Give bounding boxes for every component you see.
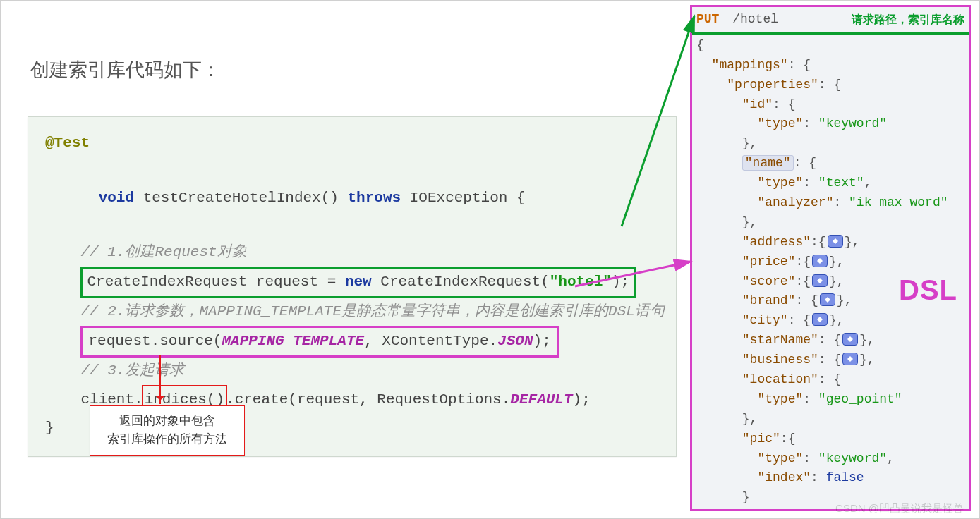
throws-type: IOException { (401, 190, 525, 206)
method-name: testCreateHotelIndex() (134, 190, 347, 206)
comment-3: // 3.发起请求 (80, 362, 184, 379)
callout-line-2: 索引库操作的所有方法 (95, 430, 240, 448)
source-line: request.source(MAPPING_TEMPLATE, XConten… (80, 326, 558, 358)
dsl-line: "index": false (696, 468, 964, 488)
fold-icon[interactable] (812, 274, 828, 287)
dsl-line: "properties": { (696, 75, 964, 95)
dsl-line: "location": { (696, 370, 964, 390)
fold-icon[interactable] (842, 333, 858, 346)
dsl-line: "analyzer": "ik_max_word" (696, 193, 964, 213)
fold-icon[interactable] (820, 293, 835, 306)
dsl-big-label: DSL (899, 268, 957, 312)
comment-2: // 2.请求参数，MAPPING_TEMPLATE是静态常量字符串，内容是创建… (80, 303, 664, 319)
fold-icon[interactable] (812, 255, 828, 267)
callout-line-1: 返回的对象中包含 (95, 412, 240, 430)
throws-kw: throws (348, 190, 401, 206)
fold-icon[interactable] (828, 235, 843, 248)
fold-icon[interactable] (812, 313, 828, 326)
dsl-line: "type": "text", (696, 173, 964, 193)
dsl-line: "type": "keyword", (696, 449, 964, 469)
arrow-down-icon (159, 355, 161, 404)
dsl-line: }, (696, 213, 964, 233)
dsl-line: "address":{}, (696, 233, 964, 252)
dsl-line: { (696, 36, 964, 56)
dsl-line: }, (696, 410, 964, 429)
dsl-line: "mappings": { (696, 56, 964, 75)
void-kw: void (99, 190, 134, 206)
dsl-line: "business": {}, (696, 350, 964, 370)
http-path: /hotel (732, 12, 778, 26)
http-method: PUT (696, 12, 719, 26)
dsl-line: "type": "keyword" (696, 114, 964, 134)
callout-box: 返回的对象中包含 索引库操作的所有方法 (90, 405, 245, 456)
dsl-line: "pic":{ (696, 429, 964, 449)
dsl-panel: PUT /hotel 请求路径，索引库名称 { "mappings": { "p… (690, 5, 971, 511)
dsl-line: "id": { (696, 95, 964, 115)
dsl-line: "type": "geo_point" (696, 390, 964, 410)
watermark: CSDN @凹凸曼说我是怪兽 (835, 502, 964, 515)
dsl-line: }, (696, 134, 964, 154)
dsl-line: "starName": {}, (696, 331, 964, 350)
comment-1: // 1.创建Request对象 (80, 244, 246, 260)
header-label: 请求路径，索引库名称 (852, 11, 964, 29)
fold-icon[interactable] (842, 353, 858, 365)
dsl-line: "name": { (696, 154, 964, 173)
closing-brace: } (45, 420, 54, 436)
dsl-header: PUT /hotel 请求路径，索引库名称 (692, 7, 969, 35)
annotation: @Test (45, 135, 90, 151)
dsl-line: "city": {}, (696, 311, 964, 331)
section-title: 创建索引库代码如下： (28, 57, 677, 83)
create-request-line: CreateIndexRequest request = new CreateI… (80, 267, 636, 298)
